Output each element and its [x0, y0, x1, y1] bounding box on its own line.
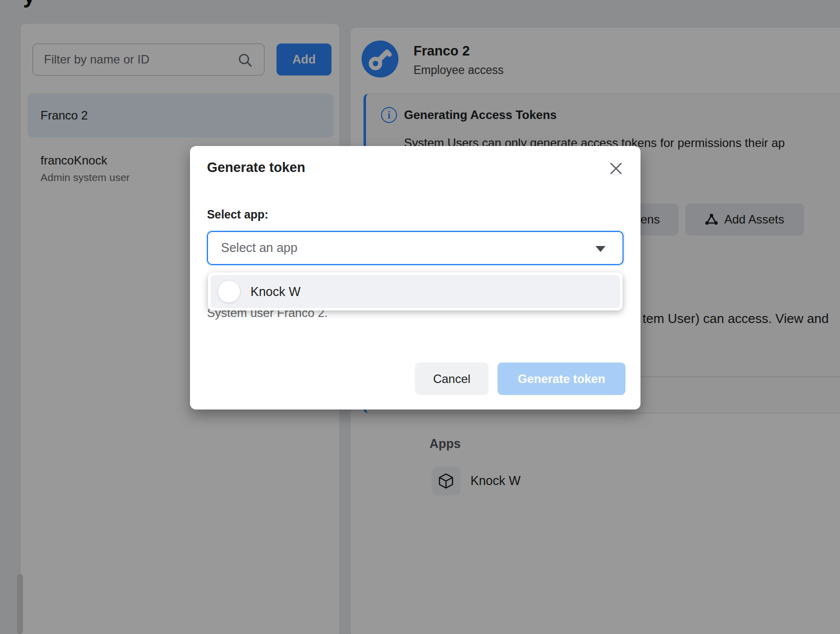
scrollbar-thumb[interactable]: [17, 574, 23, 634]
select-app-label: Select app:: [207, 208, 268, 222]
select-placeholder: Select an app: [221, 240, 298, 255]
dialog-title: Generate token: [207, 160, 306, 176]
app-avatar: [218, 280, 240, 303]
app-option-knock-w[interactable]: Knock W: [210, 275, 620, 308]
app-option-label: Knock W: [250, 284, 300, 299]
app-options-listbox: Knock W: [208, 272, 622, 310]
app-select-dropdown[interactable]: Select an app: [207, 231, 624, 265]
generate-token-dialog: Generate token Select app: Select an app…: [190, 146, 640, 410]
cancel-button[interactable]: Cancel: [415, 362, 488, 395]
system-users-page: y Add Franco 2 francoKnock Admin system …: [0, 0, 840, 634]
generate-token-button[interactable]: Generate token: [498, 362, 626, 395]
close-icon[interactable]: [606, 160, 626, 178]
chevron-down-icon: [596, 246, 606, 252]
